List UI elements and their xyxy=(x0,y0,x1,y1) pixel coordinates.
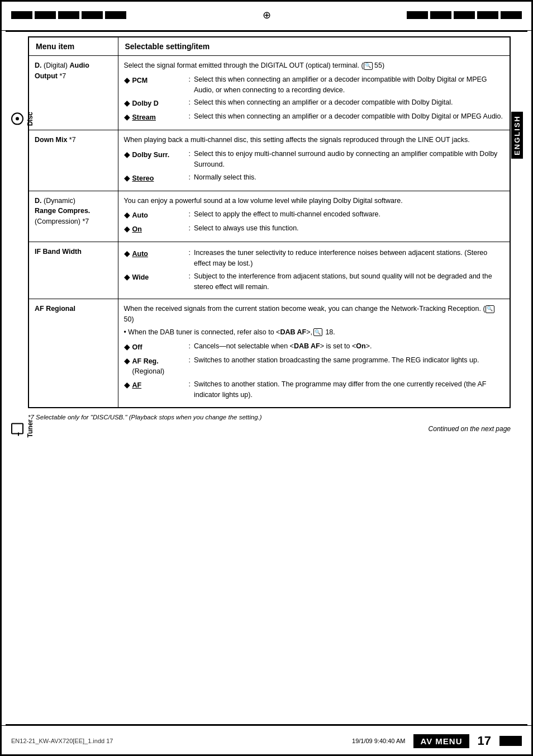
deco-block-3 xyxy=(58,11,79,19)
if-auto-bullet: ◆ xyxy=(124,248,130,259)
inner-border-top xyxy=(6,31,527,32)
on-option: ◆ On : Select to always use this functio… xyxy=(124,223,505,235)
wide-option: ◆ Wide : Subject to the interference fro… xyxy=(124,271,505,292)
top-bar-left-blocks xyxy=(11,11,126,19)
off-option: ◆ Off : Cancels—not selectable when <DAB… xyxy=(124,341,505,353)
wide-bullet: ◆ xyxy=(124,271,130,283)
af-regional-label: AF Regional xyxy=(35,305,75,313)
content-cell-audio-output: Select the signal format emitted through… xyxy=(118,56,510,130)
dolby-surr-desc: Select this to enjoy multi-channel surro… xyxy=(194,149,504,170)
bottom-right-area: 19/1/09 9:40:40 AM AV MENU 17 xyxy=(352,734,522,748)
stereo-option: ◆ Stereo : Normally select this. xyxy=(124,172,505,184)
dolby-d-label: Dolby D xyxy=(132,98,159,109)
table-row: AF Regional When the received signals fr… xyxy=(28,299,510,408)
if-auto-option: ◆ Auto : Increases the tuner selectivity… xyxy=(124,248,505,269)
af-reg-bullet-label: ◆ AF Reg.(Regional) xyxy=(124,355,185,377)
colon-5: : xyxy=(189,172,191,183)
off-desc: Cancels—not selectable when <DAB AF> is … xyxy=(194,341,504,352)
wide-row: ◆ Wide : Subject to the interference fro… xyxy=(124,271,505,292)
top-bar: ⊕ xyxy=(0,0,533,31)
stream-desc: Select this when connecting an amplifier… xyxy=(194,111,504,122)
menu-item-d-digital: D. xyxy=(35,62,42,69)
bottom-left-text: EN12-21_KW-AVX720[EE]_1.indd 17 xyxy=(11,738,113,744)
disc-icon xyxy=(11,113,23,125)
ref-icon-2: 🔍 xyxy=(486,305,494,313)
table-row: D. (Dynamic) Range Compres. (Compression… xyxy=(28,191,510,242)
auto-desc: Select to apply the effect to multi-chan… xyxy=(194,209,504,220)
dolby-d-option: ◆ Dolby D : Select this when connecting … xyxy=(124,97,505,109)
dolby-d-bullet-label: ◆ Dolby D xyxy=(124,97,185,109)
on-row: ◆ On : Select to always use this functio… xyxy=(124,223,505,235)
af-row: ◆ AF : Switches to another station. The … xyxy=(124,379,505,400)
deco-block-r3 xyxy=(454,11,475,19)
dolby-d-row: ◆ Dolby D : Select this when connecting … xyxy=(124,97,505,109)
af-option: ◆ AF : Switches to another station. The … xyxy=(124,379,505,400)
af-bullet: ◆ xyxy=(124,379,130,391)
content-cell-af-regional: When the received signals from the curre… xyxy=(118,299,510,408)
dolby-surr-label: Dolby Surr. xyxy=(132,150,170,160)
stereo-bullet: ◆ xyxy=(124,172,130,184)
off-label: Off xyxy=(132,342,142,353)
colon-7: : xyxy=(189,223,191,234)
menu-item-digital-text: (Digital) xyxy=(42,62,70,69)
colon-2: : xyxy=(189,97,191,108)
deco-block-r5 xyxy=(501,11,522,19)
ref-icon-3: 🔍 xyxy=(313,328,322,336)
on-bullet-label: ◆ On xyxy=(124,223,185,235)
deco-block-r2 xyxy=(430,11,451,19)
footnote-text: *7 Selectable only for "DISC/USB." (Play… xyxy=(28,414,511,420)
af-bullet-label: ◆ AF xyxy=(124,379,185,391)
english-label: ENGLISH xyxy=(511,112,523,159)
stereo-desc: Normally select this. xyxy=(194,172,504,183)
deco-block-2 xyxy=(35,11,56,19)
af-reg-regional: (Regional) xyxy=(132,367,165,375)
outer-border-left xyxy=(0,0,2,756)
table-row: Down Mix *7 When playing back a multi-ch… xyxy=(28,130,510,191)
content-cell-down-mix: When playing back a multi-channel disc, … xyxy=(118,130,510,191)
stream-label: Stream xyxy=(132,112,156,123)
stream-bullet-label: ◆ Stream xyxy=(124,111,185,123)
dolby-d-desc: Select this when connecting an amplifier… xyxy=(194,97,504,108)
wide-desc: Subject to the interference from adjacen… xyxy=(194,271,504,292)
stream-row: ◆ Stream : Select this when connecting a… xyxy=(124,111,505,123)
dolby-surr-option: ◆ Dolby Surr. : Select this to enjoy mul… xyxy=(124,149,505,170)
auto-option: ◆ Auto : Select to apply the effect to m… xyxy=(124,209,505,221)
af-reg-option: ◆ AF Reg.(Regional) : Switches to anothe… xyxy=(124,355,505,377)
colon-11: : xyxy=(189,355,191,366)
bottom-bar: EN12-21_KW-AVX720[EE]_1.indd 17 19/1/09 … xyxy=(0,725,533,756)
table-row: IF Band Width ◆ Auto : Increases the tun… xyxy=(28,242,510,299)
pcm-option: ◆ PCM : Select this when connecting an a… xyxy=(124,74,505,96)
on-bold: On xyxy=(356,342,365,350)
tuner-icon xyxy=(11,423,23,434)
deco-block-1 xyxy=(11,11,32,19)
auto-label: Auto xyxy=(132,210,148,221)
header-menu-item: Menu item xyxy=(28,37,118,56)
range-compres-intro: You can enjoy a powerful sound at a low … xyxy=(124,196,505,206)
auto-bullet: ◆ xyxy=(124,209,130,221)
colon-9: : xyxy=(189,271,191,282)
compression-text: (Compression) *7 xyxy=(35,218,89,225)
content-cell-if-band: ◆ Auto : Increases the tuner selectivity… xyxy=(118,242,510,299)
af-reg-row: ◆ AF Reg.(Regional) : Switches to anothe… xyxy=(124,355,505,377)
af-desc: Switches to another station. The program… xyxy=(194,379,504,400)
af-reg-label: AF Reg.(Regional) xyxy=(132,356,165,377)
colon-12: : xyxy=(189,379,191,390)
off-bullet: ◆ xyxy=(124,341,130,353)
range-compres-label: Range Compres. xyxy=(35,207,90,215)
av-menu-badge: AV MENU xyxy=(413,734,469,748)
dolby-surr-bullet: ◆ xyxy=(124,149,130,160)
pcm-bullet-label: ◆ PCM xyxy=(124,74,185,86)
if-auto-desc: Increases the tuner selectivity to reduc… xyxy=(194,248,504,269)
on-bullet: ◆ xyxy=(124,223,130,235)
auto-row: ◆ Auto : Select to apply the effect to m… xyxy=(124,209,505,221)
menu-cell-if-band: IF Band Width xyxy=(28,242,118,299)
stream-option: ◆ Stream : Select this when connecting a… xyxy=(124,111,505,123)
top-bar-crosshair: ⊕ xyxy=(263,9,271,21)
on-label: On xyxy=(132,224,142,235)
menu-item-footnote-7: *7 xyxy=(58,72,66,80)
deco-block-r1 xyxy=(407,11,428,19)
dynamic-text: (Dynamic) xyxy=(42,197,75,205)
pcm-desc: Select this when connecting an amplifier… xyxy=(194,74,504,96)
on-desc: Select to always use this function. xyxy=(194,223,504,234)
deco-block-5 xyxy=(105,11,126,19)
